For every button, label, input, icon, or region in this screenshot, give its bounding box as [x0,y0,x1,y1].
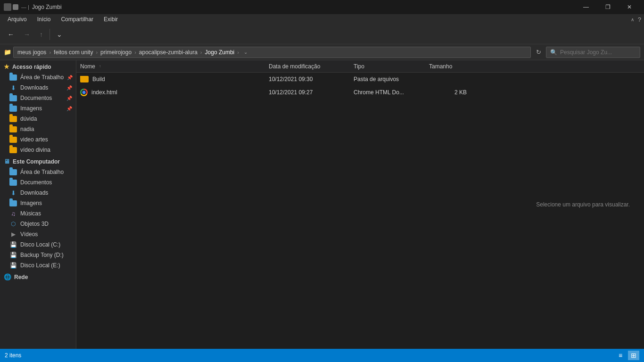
sidebar-item-objetos3d[interactable]: ⬡ Objetos 3D [0,219,76,229]
sidebar-item-disco-c[interactable]: 💾 Disco Local (C:) [0,239,76,250]
address-bar-dropdown-icon[interactable]: ⌄ [242,49,249,55]
breadcrumb-primeirojogo[interactable]: primeirojogo [100,49,132,56]
folder-docs-comp-icon [9,179,17,186]
menu-help-icon[interactable]: ? [638,16,641,23]
main-layout: ★ Acesso rápido Área de Trabalho 📌 ⬇ Dow… [0,60,644,349]
objects3d-icon: ⬡ [9,220,17,228]
menu-exibir[interactable]: Exibir [99,15,123,24]
preview-text: Selecione um arquivo para visualizar. [536,201,630,208]
sidebar-item-backup-d[interactable]: 💾 Backup Tony (D:) [0,250,76,260]
col-header-type[interactable]: Tipo [354,63,429,70]
col-sort-arrow: ↑ [99,64,101,68]
file-name-index: index.html [80,89,269,96]
breadcrumb-meus-jogos[interactable]: meus jogos [17,49,46,56]
menu-arquivo[interactable]: Arquivo [3,15,32,24]
title-bar-left: — | Jogo Zumbi [4,3,62,11]
menu-compartilhar[interactable]: Compartilhar [56,15,98,24]
breadcrumb-feitos-unity[interactable]: feitos com unity [54,49,93,56]
toolbar-separator-1 [50,29,50,40]
file-name-build: Build [80,76,269,82]
sidebar-label-images-quick: Imagens [20,105,42,112]
sidebar-item-musicas[interactable]: ♫ Músicas [0,208,76,219]
title-controls: — ❐ ✕ [575,0,640,14]
sidebar: ★ Acesso rápido Área de Trabalho 📌 ⬇ Dow… [0,60,76,349]
sidebar-label-docs-comp: Documentos [20,179,52,186]
sidebar-section-acesso-rapido[interactable]: ★ Acesso rápido [0,60,76,72]
address-bar-row: 📁 meus jogos › feitos com unity › primei… [0,44,644,60]
file-size-index: 2 KB [429,89,476,96]
sidebar-item-duvida[interactable]: dúvida [0,114,76,124]
folder-images-icon [9,105,17,112]
menu-bar: Arquivo Início Compartilhar Exibir ∧ ? [0,14,644,25]
file-type-build: Pasta de arquivos [354,76,429,82]
sidebar-label-desktop-quick: Área de Trabalho [20,74,64,81]
window-icons [4,3,18,11]
file-name-label-index: index.html [91,89,117,96]
sidebar-label-video-divina: vídeo divina [20,147,50,153]
forward-button[interactable]: → [20,27,34,41]
sidebar-label-downloads-quick: Downloads [20,84,48,91]
sidebar-item-desktop-quick[interactable]: Área de Trabalho 📌 [0,72,76,82]
col-header-size[interactable]: Tamanho [429,63,476,70]
search-input[interactable] [560,49,636,56]
sidebar-item-videos[interactable]: ▶ Vídeos [0,229,76,239]
refresh-button[interactable]: ↻ [533,47,544,58]
col-date-label: Data de modificação [269,63,320,70]
sidebar-label-videos: Vídeos [20,231,38,238]
window-icon-2 [13,4,18,10]
sidebar-label-objetos3d: Objetos 3D [20,221,49,227]
sidebar-item-video-artes[interactable]: video artes [0,134,76,145]
sidebar-item-downloads-quick[interactable]: ⬇ Downloads 📌 [0,82,76,93]
sidebar-item-disco-e[interactable]: 💾 Disco Local (E:) [0,260,76,271]
address-bar[interactable]: meus jogos › feitos com unity › primeiro… [13,47,531,58]
minimize-button[interactable]: — [575,0,597,14]
view-list-button[interactable]: ≡ [615,351,626,360]
toolbar: ← → ↑ ⌄ [0,25,644,44]
sidebar-item-images-quick[interactable]: Imagens 📌 [0,103,76,114]
pin-icon-desktop: 📌 [67,75,73,80]
view-details-button[interactable]: ⊞ [628,351,639,360]
downloads-comp-icon: ⬇ [9,189,17,197]
sidebar-section-este-computador[interactable]: 🖥 Este Computador [0,155,76,167]
file-row-build[interactable]: Build 10/12/2021 09:30 Pasta de arquivos [76,73,644,86]
sidebar-item-docs-comp[interactable]: Documentos [0,177,76,188]
maximize-button[interactable]: ❐ [597,0,619,14]
search-icon: 🔍 [550,49,557,56]
chrome-html-icon [80,89,88,96]
search-bar[interactable]: 🔍 [546,47,640,58]
file-row-index-html[interactable]: index.html 10/12/2021 09:27 Chrome HTML … [76,86,644,99]
back-button[interactable]: ← [4,27,18,41]
menu-collapse-icon[interactable]: ∧ [631,17,634,22]
sidebar-section-rede[interactable]: 🌐 Rede [0,271,76,282]
menu-inicio[interactable]: Início [33,15,56,24]
breadcrumb-apocalipse[interactable]: apocalipse-zumbi-alura [139,49,198,56]
sidebar-item-video-divina[interactable]: vídeo divina [0,145,76,155]
pin-icon-downloads: 📌 [66,85,72,90]
sidebar-item-downloads-comp[interactable]: ⬇ Downloads [0,188,76,198]
col-name-label: Nome [80,63,95,70]
sidebar-label-musicas: Músicas [20,210,41,217]
title-bar: — | Jogo Zumbi — ❐ ✕ [0,0,644,14]
sidebar-item-desktop-comp[interactable]: Área de Trabalho [0,167,76,177]
sidebar-label-video-artes: video artes [20,136,48,143]
up-button[interactable]: ↑ [36,27,47,41]
col-type-label: Tipo [354,63,364,70]
sidebar-section-label-acesso: Acesso rápido [12,64,51,70]
music-icon: ♫ [9,210,17,217]
sidebar-item-images-comp[interactable]: Imagens [0,198,76,208]
folder-videoartes-icon [9,136,17,143]
folder-videodivina-icon [9,146,17,154]
status-view-controls: ≡ ⊞ [615,351,639,360]
sidebar-item-docs-quick[interactable]: Documentos 📌 [0,93,76,103]
sidebar-label-docs-quick: Documentos [20,95,52,101]
recent-locations-button[interactable]: ⌄ [53,27,66,41]
content-area: Nome ↑ Data de modificação Tipo Tamanho … [76,60,644,349]
col-header-name[interactable]: Nome ↑ [80,63,269,70]
col-header-date[interactable]: Data de modificação [269,63,354,70]
downloads-icon-quick: ⬇ [9,84,17,91]
address-folder-icon[interactable]: 📁 [4,49,11,56]
status-bar: 2 itens ≡ ⊞ [0,349,644,362]
sidebar-label-backup-d: Backup Tony (D:) [20,252,64,258]
sidebar-item-nadia[interactable]: nadia [0,124,76,134]
close-button[interactable]: ✕ [619,0,640,14]
